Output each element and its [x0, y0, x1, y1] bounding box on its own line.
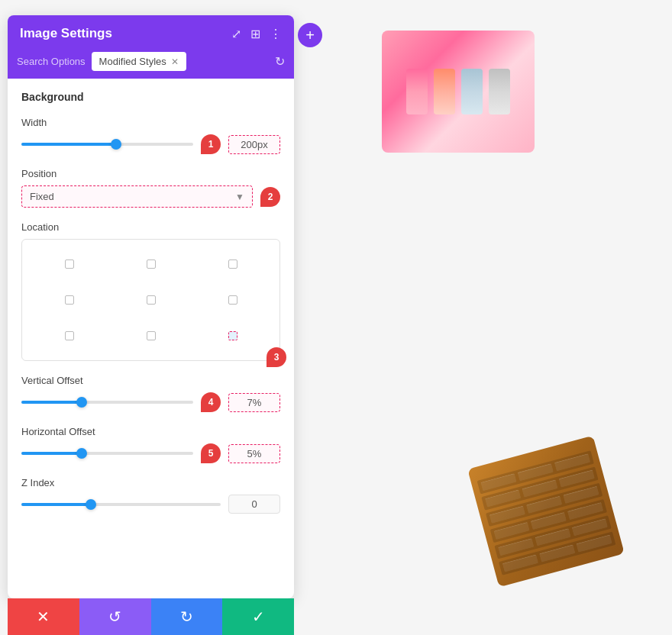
redo-button[interactable]: ↻	[151, 598, 223, 635]
thread-spool-blue	[461, 69, 483, 114]
horizontal-offset-row: Horizontal Offset 5	[21, 426, 280, 463]
panel-tabs: Search Options Modified Styles ✕ ↻	[8, 52, 294, 79]
loc-cell-mr[interactable]	[192, 282, 273, 318]
chocolate-image	[481, 450, 634, 595]
vertical-offset-fill	[21, 401, 82, 404]
position-value: Fixed	[30, 191, 235, 202]
loc-cell-bl[interactable]	[28, 318, 110, 354]
vertical-offset-label: Vertical Offset	[21, 375, 280, 386]
width-label: Width	[21, 117, 280, 128]
undo-button[interactable]: ↺	[79, 598, 151, 635]
loc-cell-br[interactable]	[192, 318, 273, 354]
panel-content: Background Width 1 Position	[8, 79, 294, 585]
loc-dot-tr	[228, 259, 237, 269]
width-row: Width 1	[21, 117, 280, 154]
loc-dot-bl	[65, 331, 74, 340]
cancel-button[interactable]: ✕	[8, 598, 79, 635]
horizontal-offset-slider-row: 5	[21, 443, 280, 463]
vertical-offset-slider-track[interactable]	[21, 401, 193, 404]
modified-close-icon[interactable]: ✕	[171, 56, 179, 67]
loc-cell-tr[interactable]	[192, 246, 273, 282]
horizontal-offset-slider-track[interactable]	[21, 452, 193, 455]
horizontal-offset-label: Horizontal Offset	[21, 426, 280, 437]
position-row: Position Fixed ▼ 2	[21, 168, 280, 208]
panel-footer: ✕ ↺ ↻ ✓	[8, 598, 294, 635]
loc-dot-mr	[228, 295, 237, 305]
position-select-arrow: ▼	[235, 192, 244, 202]
width-value-input[interactable]	[228, 135, 280, 154]
panel-header-icons: ⤢ ⊞ ⋮	[231, 27, 282, 41]
width-slider-row: 1	[21, 134, 280, 154]
z-index-row: Z Index	[21, 477, 280, 514]
loc-dot-tl	[65, 259, 74, 269]
loc-dot-mc	[147, 295, 156, 305]
badge-2: 2	[260, 187, 280, 207]
horizontal-offset-input[interactable]	[228, 444, 280, 463]
thread-spool-gray	[489, 69, 510, 114]
location-row: Location	[21, 221, 280, 361]
location-grid	[21, 239, 280, 361]
thread-spool-salmon	[434, 69, 455, 114]
loc-cell-tc[interactable]	[110, 246, 192, 282]
width-slider-track[interactable]	[21, 143, 193, 146]
panel-header: Image Settings ⤢ ⊞ ⋮	[8, 15, 294, 52]
loc-dot-br-selected	[228, 331, 237, 340]
width-slider-fill	[21, 143, 116, 146]
vertical-offset-input[interactable]	[228, 393, 280, 412]
thread-image	[382, 31, 535, 153]
loc-dot-ml	[65, 295, 74, 305]
horizontal-offset-fill	[21, 452, 82, 455]
vertical-offset-slider-row: 4	[21, 392, 280, 412]
vertical-offset-thumb[interactable]	[76, 397, 87, 408]
thread-spool-pink	[406, 69, 428, 114]
modified-styles-label: Modified Styles	[99, 56, 166, 67]
z-index-thumb[interactable]	[86, 499, 96, 510]
location-label: Location	[21, 221, 280, 233]
badge-5: 5	[201, 443, 221, 463]
badge-4: 4	[201, 392, 221, 412]
settings-panel: Image Settings ⤢ ⊞ ⋮ Search Options Modi…	[8, 15, 294, 598]
badge-3: 3	[267, 347, 286, 367]
expand-icon[interactable]: ⤢	[231, 27, 241, 41]
background-section: Background	[21, 91, 280, 103]
z-index-input[interactable]	[228, 495, 280, 514]
add-button[interactable]: +	[298, 23, 322, 47]
z-index-slider-track[interactable]	[21, 503, 221, 506]
vertical-offset-row: Vertical Offset 4	[21, 375, 280, 412]
columns-icon[interactable]: ⊞	[250, 27, 260, 41]
chocolate-bar	[467, 436, 625, 588]
z-index-label: Z Index	[21, 477, 280, 488]
loc-cell-tl[interactable]	[28, 246, 110, 282]
loc-dot-tc	[147, 259, 156, 269]
refresh-icon[interactable]: ↻	[275, 54, 285, 69]
loc-cell-ml[interactable]	[28, 282, 110, 318]
z-index-fill	[21, 503, 91, 506]
loc-dot-bc	[147, 331, 156, 340]
modified-styles-tab[interactable]: Modified Styles ✕	[92, 52, 186, 71]
more-icon[interactable]: ⋮	[270, 27, 282, 41]
position-select[interactable]: Fixed ▼	[21, 185, 253, 208]
loc-cell-bc[interactable]	[110, 318, 192, 354]
horizontal-offset-thumb[interactable]	[76, 448, 87, 459]
position-label: Position	[21, 168, 280, 179]
search-options-tab[interactable]: Search Options	[17, 53, 86, 70]
confirm-button[interactable]: ✓	[222, 598, 294, 635]
width-slider-thumb[interactable]	[111, 139, 121, 150]
z-index-slider-row	[21, 495, 280, 514]
background-title: Background	[21, 91, 280, 103]
loc-cell-mc[interactable]	[110, 282, 192, 318]
panel-title: Image Settings	[20, 26, 112, 41]
badge-1: 1	[201, 134, 221, 154]
canvas-area: + → Image Settings ⤢	[0, 0, 672, 635]
